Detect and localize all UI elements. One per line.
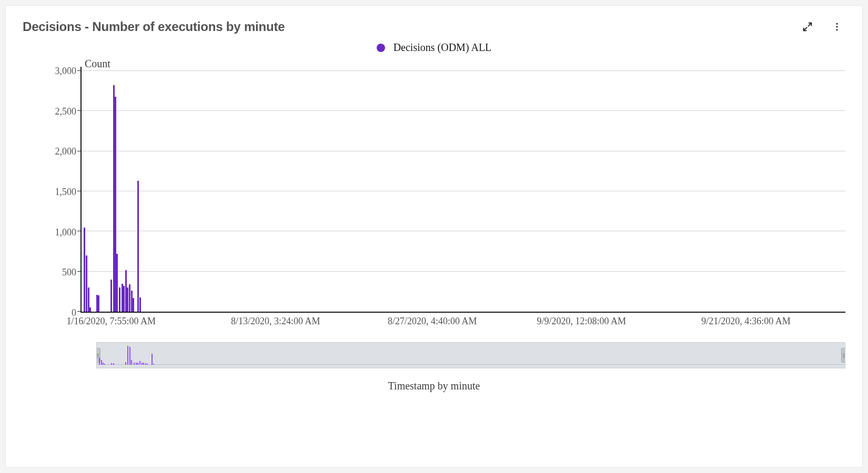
bar[interactable] bbox=[116, 254, 118, 312]
x-tick-label: 1/16/2020, 7:55:00 AM bbox=[66, 316, 156, 327]
chart-card: Decisions - Number of executions by minu… bbox=[5, 5, 863, 468]
bar[interactable] bbox=[127, 287, 128, 312]
y-tick-label: 3,000 bbox=[55, 66, 77, 77]
y-tick-mark bbox=[77, 191, 82, 191]
chart-area: Count 05001,0001,5002,0002,5003,000 1/16… bbox=[23, 58, 845, 458]
x-tick-label: 8/13/2020, 3:24:00 AM bbox=[231, 316, 320, 327]
bar[interactable] bbox=[113, 85, 115, 312]
range-baseline bbox=[97, 364, 845, 365]
range-spark bbox=[145, 363, 146, 365]
y-tick-mark bbox=[77, 311, 82, 312]
y-tick-label: 2,000 bbox=[55, 146, 77, 157]
grid-line bbox=[82, 191, 845, 191]
range-spark bbox=[125, 362, 126, 365]
plot-row: 05001,0001,5002,0002,5003,000 bbox=[23, 71, 845, 313]
svg-point-0 bbox=[836, 23, 838, 25]
y-tick-label: 1,500 bbox=[55, 187, 77, 198]
x-tick-label: 9/9/2020, 12:08:00 AM bbox=[537, 316, 627, 327]
y-tick-label: 500 bbox=[62, 267, 76, 278]
y-tick-mark bbox=[77, 151, 82, 151]
bar[interactable] bbox=[89, 307, 91, 312]
range-spark bbox=[103, 363, 104, 365]
x-axis: 1/16/2020, 7:55:00 AM8/13/2020, 3:24:00 … bbox=[23, 316, 845, 331]
bar[interactable] bbox=[84, 228, 85, 312]
range-spark bbox=[136, 363, 137, 365]
bar[interactable] bbox=[86, 255, 87, 312]
y-axis-title: Count bbox=[85, 58, 845, 70]
svg-point-1 bbox=[836, 26, 838, 28]
grid-line bbox=[82, 70, 845, 71]
range-spark bbox=[99, 358, 100, 365]
range-spark bbox=[153, 364, 154, 365]
bar[interactable] bbox=[96, 295, 98, 312]
legend[interactable]: Decisions (ODM) ALL bbox=[23, 42, 845, 54]
range-spark bbox=[147, 364, 148, 365]
y-tick-label: 2,500 bbox=[55, 106, 77, 117]
legend-color-dot bbox=[377, 44, 385, 52]
range-spark bbox=[152, 354, 153, 365]
legend-label: Decisions (ODM) ALL bbox=[393, 42, 492, 54]
more-icon[interactable] bbox=[829, 18, 845, 35]
range-spark bbox=[113, 363, 114, 365]
range-spark bbox=[104, 364, 105, 365]
range-slider[interactable] bbox=[96, 342, 845, 368]
y-tick-mark bbox=[77, 110, 82, 111]
bar[interactable] bbox=[122, 284, 123, 312]
plot[interactable] bbox=[80, 71, 845, 313]
range-spark bbox=[142, 363, 143, 365]
range-spark bbox=[131, 360, 132, 365]
expand-icon[interactable] bbox=[799, 18, 816, 35]
range-spark bbox=[127, 346, 128, 365]
bar[interactable] bbox=[137, 181, 139, 312]
y-tick-mark bbox=[77, 231, 82, 231]
range-spark bbox=[137, 363, 138, 365]
grid-line bbox=[82, 151, 845, 151]
range-spark bbox=[111, 363, 112, 365]
x-tick-label: 8/27/2020, 4:40:00 AM bbox=[388, 316, 477, 327]
range-spark bbox=[139, 361, 140, 365]
bar[interactable] bbox=[110, 280, 112, 312]
y-tick-mark bbox=[77, 271, 82, 272]
y-tick-label: 1,000 bbox=[55, 227, 77, 238]
card-actions bbox=[799, 18, 845, 35]
bar[interactable] bbox=[129, 284, 130, 312]
range-spark bbox=[129, 347, 130, 365]
bar[interactable] bbox=[98, 295, 99, 312]
range-handle-right[interactable] bbox=[841, 348, 845, 363]
range-spark bbox=[134, 363, 135, 365]
grid-line bbox=[82, 231, 845, 231]
y-tick-mark bbox=[77, 70, 82, 71]
bar[interactable] bbox=[133, 298, 134, 312]
grid-line bbox=[82, 271, 845, 272]
bar[interactable] bbox=[123, 286, 125, 312]
bar[interactable] bbox=[119, 287, 120, 312]
svg-point-2 bbox=[836, 29, 838, 30]
bar[interactable] bbox=[139, 297, 141, 312]
card-header: Decisions - Number of executions by minu… bbox=[23, 18, 845, 35]
bar[interactable] bbox=[125, 270, 127, 312]
grid-line bbox=[82, 110, 845, 111]
y-axis: 05001,0001,5002,0002,5003,000 bbox=[23, 71, 80, 313]
x-tick-label: 9/21/2020, 4:36:00 AM bbox=[701, 316, 791, 327]
range-spark bbox=[101, 360, 102, 365]
x-axis-title: Timestamp by minute bbox=[23, 380, 845, 392]
card-title: Decisions - Number of executions by minu… bbox=[23, 19, 285, 34]
range-spark bbox=[143, 363, 144, 365]
